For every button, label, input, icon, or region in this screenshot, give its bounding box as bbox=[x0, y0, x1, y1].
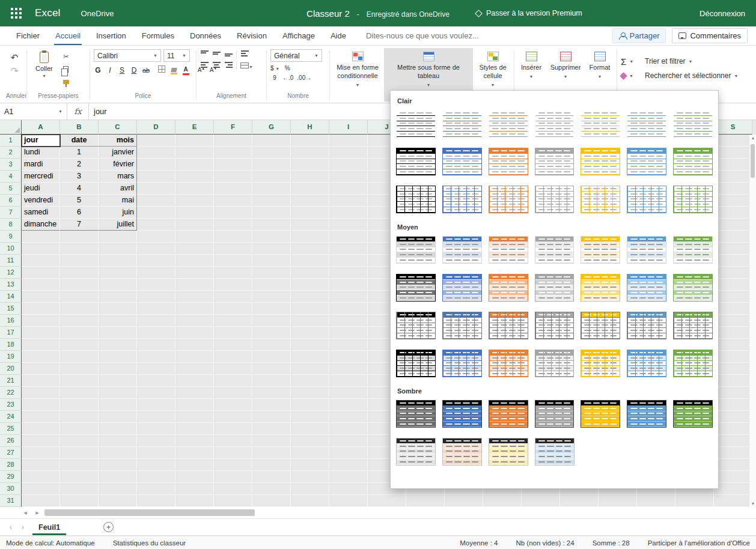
table-style-swatch[interactable] bbox=[442, 400, 482, 428]
vertical-scroll-thumb[interactable] bbox=[751, 144, 755, 178]
cell-I12[interactable] bbox=[329, 267, 368, 279]
cell-I19[interactable] bbox=[329, 351, 368, 363]
cell-I1[interactable] bbox=[329, 135, 368, 147]
column-header-B[interactable]: B bbox=[60, 120, 99, 135]
cell-C29[interactable] bbox=[99, 471, 137, 483]
cell-A11[interactable] bbox=[22, 255, 60, 267]
cell-C9[interactable] bbox=[99, 231, 137, 243]
cell-D16[interactable] bbox=[137, 315, 175, 327]
cell-E10[interactable] bbox=[175, 243, 214, 255]
cell-D2[interactable] bbox=[137, 147, 175, 159]
row-header-8[interactable]: 8 bbox=[0, 219, 22, 231]
cell-S25[interactable] bbox=[714, 423, 752, 435]
cell-F1[interactable] bbox=[214, 135, 252, 147]
cell-F15[interactable] bbox=[214, 303, 252, 315]
row-header-28[interactable]: 28 bbox=[0, 459, 22, 471]
cell-I17[interactable] bbox=[329, 327, 368, 339]
cell-E6[interactable] bbox=[175, 195, 214, 207]
cell-F25[interactable] bbox=[214, 423, 252, 435]
cell-A5[interactable]: jeudi bbox=[22, 183, 60, 195]
cell-A10[interactable] bbox=[22, 243, 60, 255]
cell-E22[interactable] bbox=[175, 387, 214, 399]
insert-function-button[interactable]: fx bbox=[67, 103, 89, 120]
cell-D3[interactable] bbox=[137, 159, 175, 171]
cell-I8[interactable] bbox=[329, 219, 368, 231]
cell-C15[interactable] bbox=[99, 303, 137, 315]
cell-S13[interactable] bbox=[714, 279, 752, 291]
cell-B12[interactable] bbox=[60, 267, 99, 279]
cell-D28[interactable] bbox=[137, 459, 175, 471]
cell-E25[interactable] bbox=[175, 423, 214, 435]
row-header-2[interactable]: 2 bbox=[0, 147, 22, 159]
table-style-swatch[interactable] bbox=[673, 274, 713, 302]
cell-G27[interactable] bbox=[252, 447, 291, 459]
cell-H27[interactable] bbox=[291, 447, 329, 459]
fill-color-button[interactable] bbox=[169, 65, 178, 74]
cell-A14[interactable] bbox=[22, 291, 60, 303]
add-sheet-button[interactable]: + bbox=[103, 522, 114, 532]
cell-S17[interactable] bbox=[714, 327, 752, 339]
italic-button[interactable]: I bbox=[106, 66, 114, 74]
cell-C4[interactable]: mars bbox=[99, 171, 137, 183]
cell-I25[interactable] bbox=[329, 423, 368, 435]
cell-E1[interactable] bbox=[175, 135, 214, 147]
cell-A2[interactable]: lundi bbox=[22, 147, 60, 159]
cell-D13[interactable] bbox=[137, 279, 175, 291]
strikethrough-button[interactable]: ab bbox=[142, 67, 150, 74]
table-style-swatch[interactable] bbox=[535, 148, 575, 175]
row-header-21[interactable]: 21 bbox=[0, 375, 22, 387]
cell-H16[interactable] bbox=[291, 315, 329, 327]
cell-D21[interactable] bbox=[137, 375, 175, 387]
cell-D7[interactable] bbox=[137, 207, 175, 219]
cell-I6[interactable] bbox=[329, 195, 368, 207]
row-header-19[interactable]: 19 bbox=[0, 351, 22, 363]
cell-I10[interactable] bbox=[329, 243, 368, 255]
cell-E17[interactable] bbox=[175, 327, 214, 339]
table-style-swatch[interactable] bbox=[581, 274, 620, 302]
cell-D27[interactable] bbox=[137, 447, 175, 459]
cell-D22[interactable] bbox=[137, 387, 175, 399]
cell-S9[interactable] bbox=[714, 231, 752, 243]
cell-S2[interactable] bbox=[714, 147, 752, 159]
merge-center-button[interactable]: ▼ bbox=[240, 62, 253, 70]
table-style-swatch[interactable] bbox=[673, 236, 713, 264]
cell-A16[interactable] bbox=[22, 315, 60, 327]
cell-H4[interactable] bbox=[291, 171, 329, 183]
scroll-right-icon[interactable]: ▸ bbox=[32, 509, 42, 517]
row-header-13[interactable]: 13 bbox=[0, 279, 22, 291]
cell-A30[interactable] bbox=[22, 483, 60, 495]
cell-E15[interactable] bbox=[175, 303, 214, 315]
cell-B8[interactable]: 7 bbox=[60, 219, 99, 231]
cell-C30[interactable] bbox=[99, 483, 137, 495]
cell-H2[interactable] bbox=[291, 147, 329, 159]
row-header-18[interactable]: 18 bbox=[0, 339, 22, 351]
column-header-F[interactable]: F bbox=[214, 120, 252, 135]
cell-S15[interactable] bbox=[714, 303, 752, 315]
cell-G30[interactable] bbox=[252, 483, 291, 495]
cell-S24[interactable] bbox=[714, 411, 752, 423]
table-style-swatch[interactable] bbox=[396, 236, 436, 264]
cell-I20[interactable] bbox=[329, 363, 368, 375]
cell-D18[interactable] bbox=[137, 339, 175, 351]
cell-C18[interactable] bbox=[99, 339, 137, 351]
table-style-swatch[interactable] bbox=[627, 350, 666, 377]
row-header-31[interactable]: 31 bbox=[0, 495, 22, 507]
row-header-3[interactable]: 3 bbox=[0, 159, 22, 171]
cell-E4[interactable] bbox=[175, 171, 214, 183]
cell-I2[interactable] bbox=[329, 147, 368, 159]
cell-F27[interactable] bbox=[214, 447, 252, 459]
cell-S19[interactable] bbox=[714, 351, 752, 363]
cell-I26[interactable] bbox=[329, 435, 368, 447]
cell-C25[interactable] bbox=[99, 423, 137, 435]
comments-button[interactable]: Commentaires bbox=[672, 28, 748, 43]
cell-C13[interactable] bbox=[99, 279, 137, 291]
cell-A7[interactable]: samedi bbox=[22, 207, 60, 219]
cell-F12[interactable] bbox=[214, 267, 252, 279]
cell-F19[interactable] bbox=[214, 351, 252, 363]
row-header-4[interactable]: 4 bbox=[0, 171, 22, 183]
table-style-swatch[interactable] bbox=[581, 110, 620, 138]
cell-B24[interactable] bbox=[60, 411, 99, 423]
row-header-20[interactable]: 20 bbox=[0, 363, 22, 375]
align-left-button[interactable] bbox=[200, 62, 209, 70]
cell-F5[interactable] bbox=[214, 183, 252, 195]
